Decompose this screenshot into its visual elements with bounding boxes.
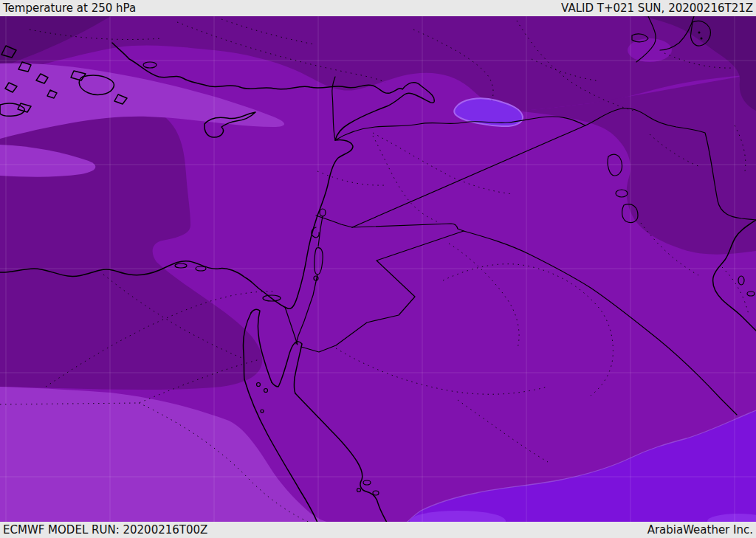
weather-app-screen: Temperature at 250 hPa VALID T+021 SUN, … [0,0,756,538]
map-footer-bar: ECMWF MODEL RUN: 20200216T00Z ArabiaWeat… [0,522,756,538]
model-run-label: ECMWF MODEL RUN: 20200216T00Z [3,522,207,538]
weather-map [0,16,756,522]
map-title: Temperature at 250 hPa [3,0,136,16]
map-header-bar: Temperature at 250 hPa VALID T+021 SUN, … [0,0,756,16]
valid-time-label: VALID T+021 SUN, 20200216T21Z [561,0,753,16]
credit-label: ArabiaWeather Inc. [647,522,753,538]
